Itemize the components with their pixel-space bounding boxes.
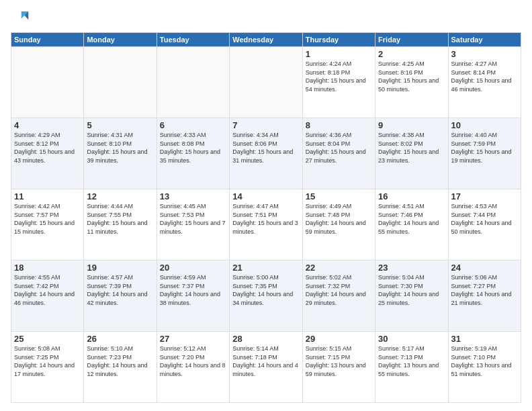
calendar-cell: 12Sunrise: 4:44 AM Sunset: 7:55 PM Dayli… — [84, 189, 157, 261]
day-number: 6 — [160, 120, 226, 130]
header — [11, 8, 521, 27]
calendar-cell: 23Sunrise: 5:04 AM Sunset: 7:30 PM Dayli… — [375, 261, 448, 332]
calendar-cell: 1Sunrise: 4:24 AM Sunset: 8:18 PM Daylig… — [302, 47, 375, 118]
day-info: Sunrise: 4:49 AM Sunset: 7:48 PM Dayligh… — [306, 202, 372, 236]
calendar-week-row: 1Sunrise: 4:24 AM Sunset: 8:18 PM Daylig… — [11, 47, 521, 118]
calendar-cell: 13Sunrise: 4:45 AM Sunset: 7:53 PM Dayli… — [157, 189, 229, 261]
day-number: 30 — [378, 334, 445, 344]
day-info: Sunrise: 5:15 AM Sunset: 7:15 PM Dayligh… — [306, 345, 372, 378]
day-info: Sunrise: 4:45 AM Sunset: 7:53 PM Dayligh… — [160, 202, 226, 236]
day-number: 22 — [306, 263, 372, 273]
day-info: Sunrise: 4:33 AM Sunset: 8:08 PM Dayligh… — [160, 131, 226, 165]
day-info: Sunrise: 5:08 AM Sunset: 7:25 PM Dayligh… — [14, 345, 81, 378]
day-number: 13 — [160, 191, 226, 201]
day-number: 8 — [306, 120, 372, 130]
day-number: 1 — [306, 49, 372, 59]
header-friday: Friday — [375, 33, 448, 47]
day-info: Sunrise: 5:19 AM Sunset: 7:10 PM Dayligh… — [451, 345, 518, 378]
day-number: 25 — [14, 334, 81, 344]
header-saturday: Saturday — [448, 33, 521, 47]
calendar-cell: 15Sunrise: 4:49 AM Sunset: 7:48 PM Dayli… — [302, 189, 375, 261]
day-info: Sunrise: 4:31 AM Sunset: 8:10 PM Dayligh… — [87, 131, 153, 165]
day-info: Sunrise: 5:12 AM Sunset: 7:20 PM Dayligh… — [160, 345, 226, 378]
day-info: Sunrise: 5:14 AM Sunset: 7:18 PM Dayligh… — [232, 345, 299, 378]
calendar-cell — [84, 47, 157, 118]
day-number: 3 — [451, 49, 518, 59]
calendar-cell: 5Sunrise: 4:31 AM Sunset: 8:10 PM Daylig… — [84, 118, 157, 189]
day-number: 19 — [87, 263, 153, 273]
day-number: 12 — [87, 191, 153, 201]
day-info: Sunrise: 5:10 AM Sunset: 7:23 PM Dayligh… — [87, 345, 153, 378]
day-number: 15 — [306, 191, 372, 201]
calendar-cell: 14Sunrise: 4:47 AM Sunset: 7:51 PM Dayli… — [230, 189, 302, 261]
day-info: Sunrise: 4:44 AM Sunset: 7:55 PM Dayligh… — [87, 202, 153, 236]
day-info: Sunrise: 4:51 AM Sunset: 7:46 PM Dayligh… — [378, 202, 445, 236]
day-info: Sunrise: 4:59 AM Sunset: 7:37 PM Dayligh… — [160, 273, 226, 307]
day-info: Sunrise: 5:06 AM Sunset: 7:27 PM Dayligh… — [451, 273, 518, 307]
calendar-cell: 25Sunrise: 5:08 AM Sunset: 7:25 PM Dayli… — [11, 332, 84, 403]
header-wednesday: Wednesday — [230, 33, 302, 47]
calendar-cell — [230, 47, 302, 118]
day-info: Sunrise: 5:04 AM Sunset: 7:30 PM Dayligh… — [378, 273, 445, 307]
calendar-cell: 21Sunrise: 5:00 AM Sunset: 7:35 PM Dayli… — [230, 261, 302, 332]
day-number: 2 — [378, 49, 445, 59]
day-info: Sunrise: 4:57 AM Sunset: 7:39 PM Dayligh… — [87, 273, 153, 307]
day-info: Sunrise: 4:40 AM Sunset: 7:59 PM Dayligh… — [451, 131, 518, 165]
day-number: 16 — [378, 191, 445, 201]
logo — [11, 8, 32, 27]
day-info: Sunrise: 4:55 AM Sunset: 7:42 PM Dayligh… — [14, 273, 81, 307]
day-number: 10 — [451, 120, 518, 130]
calendar-cell: 17Sunrise: 4:53 AM Sunset: 7:44 PM Dayli… — [448, 189, 521, 261]
calendar-cell: 18Sunrise: 4:55 AM Sunset: 7:42 PM Dayli… — [11, 261, 84, 332]
calendar-cell: 19Sunrise: 4:57 AM Sunset: 7:39 PM Dayli… — [84, 261, 157, 332]
day-number: 23 — [378, 263, 445, 273]
day-number: 9 — [378, 120, 445, 130]
weekday-header-row: Sunday Monday Tuesday Wednesday Thursday… — [11, 33, 521, 47]
day-info: Sunrise: 4:29 AM Sunset: 8:12 PM Dayligh… — [14, 131, 81, 165]
calendar-cell: 2Sunrise: 4:25 AM Sunset: 8:16 PM Daylig… — [375, 47, 448, 118]
calendar-cell: 28Sunrise: 5:14 AM Sunset: 7:18 PM Dayli… — [230, 332, 302, 403]
day-info: Sunrise: 4:25 AM Sunset: 8:16 PM Dayligh… — [378, 60, 445, 93]
day-number: 28 — [232, 334, 299, 344]
calendar-cell: 24Sunrise: 5:06 AM Sunset: 7:27 PM Dayli… — [448, 261, 521, 332]
day-info: Sunrise: 5:00 AM Sunset: 7:35 PM Dayligh… — [232, 273, 299, 307]
day-number: 27 — [160, 334, 226, 344]
calendar-week-row: 4Sunrise: 4:29 AM Sunset: 8:12 PM Daylig… — [11, 118, 521, 189]
header-sunday: Sunday — [11, 33, 84, 47]
calendar-table: Sunday Monday Tuesday Wednesday Thursday… — [11, 32, 521, 403]
calendar-cell — [11, 47, 84, 118]
day-number: 31 — [451, 334, 518, 344]
day-number: 5 — [87, 120, 153, 130]
day-number: 11 — [14, 191, 81, 201]
calendar-cell: 6Sunrise: 4:33 AM Sunset: 8:08 PM Daylig… — [157, 118, 229, 189]
calendar-cell: 20Sunrise: 4:59 AM Sunset: 7:37 PM Dayli… — [157, 261, 229, 332]
day-number: 29 — [306, 334, 372, 344]
calendar-cell: 4Sunrise: 4:29 AM Sunset: 8:12 PM Daylig… — [11, 118, 84, 189]
calendar-week-row: 18Sunrise: 4:55 AM Sunset: 7:42 PM Dayli… — [11, 261, 521, 332]
header-tuesday: Tuesday — [157, 33, 229, 47]
day-number: 17 — [451, 191, 518, 201]
day-info: Sunrise: 4:42 AM Sunset: 7:57 PM Dayligh… — [14, 202, 81, 236]
day-number: 20 — [160, 263, 226, 273]
day-info: Sunrise: 4:24 AM Sunset: 8:18 PM Dayligh… — [306, 60, 372, 93]
calendar-cell: 22Sunrise: 5:02 AM Sunset: 7:32 PM Dayli… — [302, 261, 375, 332]
day-info: Sunrise: 4:27 AM Sunset: 8:14 PM Dayligh… — [451, 60, 518, 93]
day-number: 21 — [232, 263, 299, 273]
day-info: Sunrise: 4:38 AM Sunset: 8:02 PM Dayligh… — [378, 131, 445, 165]
day-info: Sunrise: 4:47 AM Sunset: 7:51 PM Dayligh… — [232, 202, 299, 236]
calendar-cell: 30Sunrise: 5:17 AM Sunset: 7:13 PM Dayli… — [375, 332, 448, 403]
calendar-cell: 10Sunrise: 4:40 AM Sunset: 7:59 PM Dayli… — [448, 118, 521, 189]
header-monday: Monday — [84, 33, 157, 47]
calendar-cell: 31Sunrise: 5:19 AM Sunset: 7:10 PM Dayli… — [448, 332, 521, 403]
calendar-cell: 11Sunrise: 4:42 AM Sunset: 7:57 PM Dayli… — [11, 189, 84, 261]
calendar-week-row: 25Sunrise: 5:08 AM Sunset: 7:25 PM Dayli… — [11, 332, 521, 403]
day-number: 7 — [232, 120, 299, 130]
day-info: Sunrise: 5:02 AM Sunset: 7:32 PM Dayligh… — [306, 273, 372, 307]
day-info: Sunrise: 4:53 AM Sunset: 7:44 PM Dayligh… — [451, 202, 518, 236]
day-number: 18 — [14, 263, 81, 273]
calendar-cell: 16Sunrise: 4:51 AM Sunset: 7:46 PM Dayli… — [375, 189, 448, 261]
day-number: 26 — [87, 334, 153, 344]
day-info: Sunrise: 4:36 AM Sunset: 8:04 PM Dayligh… — [306, 131, 372, 165]
calendar-cell: 27Sunrise: 5:12 AM Sunset: 7:20 PM Dayli… — [157, 332, 229, 403]
logo-icon — [11, 8, 30, 27]
